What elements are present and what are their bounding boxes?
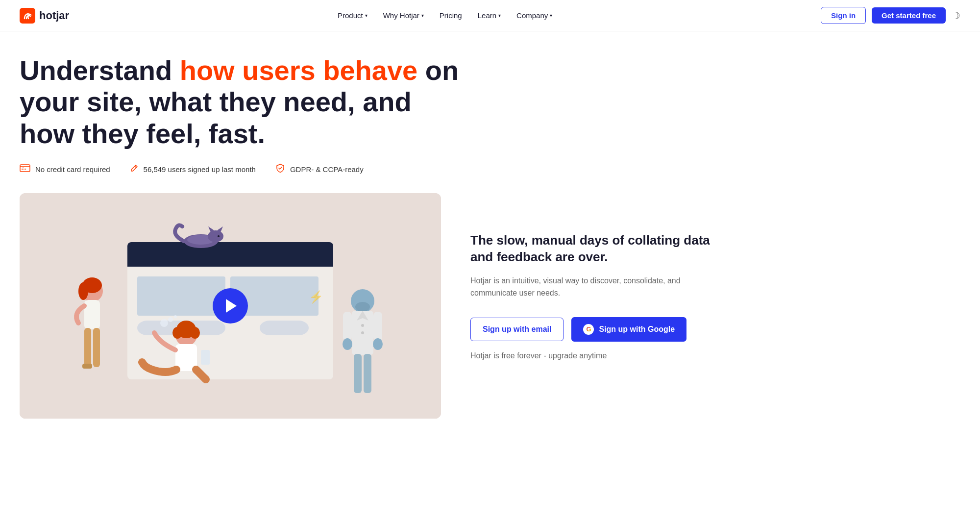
svg-rect-1 <box>20 165 30 172</box>
nav-links: Product ▾ Why Hotjar ▾ Pricing Learn ▾ C… <box>331 7 559 24</box>
right-panel-description: Hotjar is an intuitive, visual way to di… <box>470 274 715 299</box>
credit-card-icon <box>20 164 30 174</box>
pencil-icon <box>130 164 139 175</box>
signup-google-button[interactable]: G Sign up with Google <box>571 317 686 342</box>
svg-point-36 <box>168 317 173 322</box>
chevron-down-icon: ▾ <box>365 13 368 18</box>
svg-point-18 <box>208 230 223 242</box>
trust-badges: No credit card required 56,549 users sig… <box>20 163 715 175</box>
google-logo-icon: G <box>583 324 594 335</box>
signup-buttons: Sign up with email G Sign up with Google <box>470 317 715 342</box>
svg-rect-27 <box>93 328 100 367</box>
svg-rect-34 <box>201 350 210 365</box>
svg-rect-43 <box>343 312 352 341</box>
nav-learn[interactable]: Learn ▾ <box>471 7 508 24</box>
svg-point-39 <box>355 302 370 312</box>
svg-rect-48 <box>364 354 371 393</box>
chevron-down-icon: ▾ <box>498 13 501 18</box>
svg-point-42 <box>361 331 364 334</box>
hero-heading: Understand how users behave on your site… <box>20 55 461 149</box>
navbar: hotjar Product ▾ Why Hotjar ▾ Pricing Le… <box>0 0 980 31</box>
badge-no-credit-card: No credit card required <box>20 164 110 174</box>
logo-text: hotjar <box>39 9 69 22</box>
signin-button[interactable]: Sign in <box>821 7 866 24</box>
svg-point-21 <box>218 235 220 237</box>
svg-point-46 <box>373 338 383 350</box>
chevron-down-icon: ▾ <box>550 13 552 18</box>
dark-mode-toggle[interactable]: ☽ <box>952 10 960 22</box>
badge-users-signed-up: 56,549 users signed up last month <box>130 164 256 175</box>
nav-pricing[interactable]: Pricing <box>433 7 469 24</box>
svg-point-41 <box>361 324 364 327</box>
svg-point-37 <box>174 315 177 318</box>
right-panel: The slow, manual days of collating data … <box>470 193 715 379</box>
svg-rect-28 <box>82 364 92 369</box>
play-button[interactable] <box>213 288 248 324</box>
svg-rect-26 <box>84 328 91 367</box>
logo[interactable]: hotjar <box>20 8 69 24</box>
content-row: ⚡ <box>20 193 715 419</box>
shield-check-icon <box>275 163 285 175</box>
hero-illustration: ⚡ <box>20 193 441 419</box>
svg-line-6 <box>135 166 136 168</box>
signup-email-button[interactable]: Sign up with email <box>470 318 564 341</box>
svg-rect-11 <box>137 276 225 316</box>
svg-point-24 <box>78 282 88 300</box>
svg-rect-44 <box>373 312 382 341</box>
svg-rect-47 <box>354 354 362 393</box>
svg-point-35 <box>160 319 168 327</box>
free-note: Hotjar is free forever - upgrade anytime <box>470 349 715 362</box>
svg-point-31 <box>172 327 182 339</box>
right-panel-heading: The slow, manual days of collating data … <box>470 232 715 266</box>
svg-rect-25 <box>84 300 100 329</box>
chevron-down-icon: ▾ <box>421 13 424 18</box>
nav-company[interactable]: Company ▾ <box>510 7 559 24</box>
hotjar-logo-icon <box>20 8 35 24</box>
nav-actions: Sign in Get started free ☽ <box>821 7 960 24</box>
svg-rect-10 <box>127 262 333 267</box>
get-started-button[interactable]: Get started free <box>872 7 946 24</box>
svg-rect-14 <box>260 321 309 335</box>
main-content: Understand how users behave on your site… <box>0 31 735 438</box>
badge-gdpr: GDPR- & CCPA-ready <box>275 163 364 175</box>
svg-point-32 <box>190 327 200 339</box>
nav-why-hotjar[interactable]: Why Hotjar ▾ <box>376 7 431 24</box>
svg-text:⚡: ⚡ <box>309 290 323 304</box>
svg-point-45 <box>343 338 352 350</box>
nav-product[interactable]: Product ▾ <box>331 7 374 24</box>
video-container[interactable]: ⚡ <box>20 193 441 419</box>
